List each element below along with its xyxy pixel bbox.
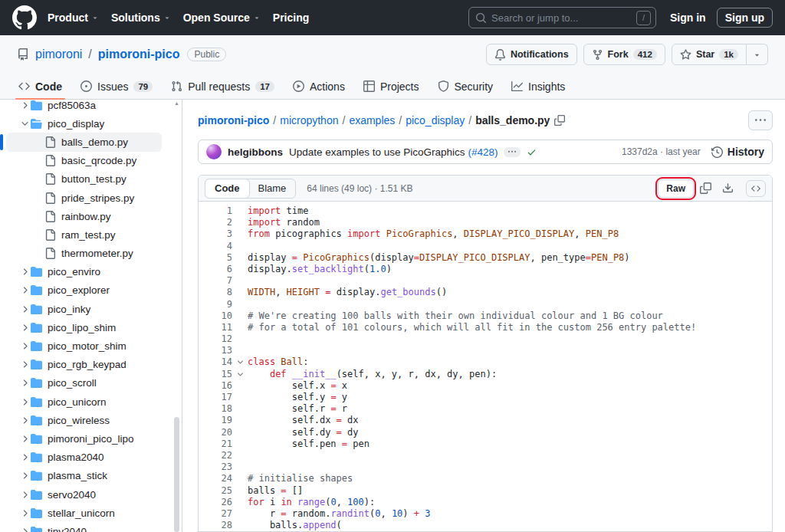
line-number[interactable]: 6 — [199, 264, 232, 275]
history-button[interactable]: History — [711, 146, 764, 158]
line-number[interactable]: 26 — [199, 497, 232, 508]
commit-message[interactable]: Update examples to use PicoGraphics (#42… — [289, 146, 498, 158]
repo-owner-link[interactable]: pimoroni — [35, 48, 82, 61]
repo-name-link[interactable]: pimoroni-pico — [98, 48, 180, 61]
nav-item-open-source[interactable]: Open Source — [183, 11, 261, 24]
commit-sha[interactable]: 1337d2a — [622, 146, 658, 157]
breadcrumb-segment-pico_display[interactable]: pico_display — [406, 114, 465, 126]
raw-button[interactable]: Raw — [658, 179, 694, 198]
line-number[interactable]: 19 — [199, 415, 232, 426]
tree-item-pride_stripes.py[interactable]: pride_stripes.py — [6, 189, 162, 207]
sign-up-button[interactable]: Sign up — [717, 8, 773, 28]
commit-description-ellipsis-button[interactable] — [504, 147, 521, 157]
sign-in-link[interactable]: Sign in — [670, 11, 706, 24]
line-number[interactable]: 12 — [199, 333, 232, 345]
line-number[interactable]: 27 — [199, 508, 232, 520]
tree-item-stellar_unicorn[interactable]: stellar_unicorn — [6, 504, 162, 522]
chevron-right-icon[interactable] — [18, 397, 31, 407]
fold-chevron-icon[interactable] — [232, 356, 248, 368]
notifications-button[interactable]: Notifications — [486, 44, 577, 65]
breadcrumb-segment-micropython[interactable]: micropython — [280, 114, 338, 126]
tree-item-pico_inky[interactable]: pico_inky — [6, 300, 162, 318]
tree-item-pico_unicorn[interactable]: pico_unicorn — [6, 392, 162, 411]
tree-item-pico_explorer[interactable]: pico_explorer — [6, 281, 162, 300]
chevron-right-icon[interactable] — [18, 304, 31, 314]
breadcrumb-segment-pimoroni-pico[interactable]: pimoroni-pico — [198, 114, 269, 126]
github-logo-icon[interactable] — [12, 5, 37, 30]
nav-item-solutions[interactable]: Solutions — [111, 11, 171, 24]
tree-item-thermometer.py[interactable]: thermometer.py — [6, 245, 162, 263]
line-number[interactable]: 17 — [199, 392, 232, 403]
line-number[interactable]: 20 — [199, 427, 232, 438]
copy-path-icon[interactable] — [554, 115, 565, 126]
line-number[interactable]: 22 — [199, 450, 232, 461]
chevron-right-icon[interactable] — [18, 527, 31, 532]
fork-button[interactable]: Fork 412 — [583, 44, 665, 65]
tab-security[interactable]: Security — [432, 74, 500, 99]
chevron-down-icon[interactable] — [18, 119, 31, 129]
avatar[interactable] — [206, 144, 222, 159]
tab-pull-requests[interactable]: Pull requests17 — [165, 74, 281, 99]
chevron-right-icon[interactable] — [18, 341, 31, 351]
tab-projects[interactable]: Projects — [357, 74, 425, 99]
tree-item-tiny2040[interactable]: tiny2040 — [6, 522, 162, 532]
tree-item-pico_motor_shim[interactable]: pico_motor_shim — [6, 337, 162, 355]
tree-item-pico_lipo_shim[interactable]: pico_lipo_shim — [6, 318, 162, 337]
line-number[interactable]: 24 — [199, 473, 232, 484]
scrollbar-up-arrow[interactable]: ▲ — [173, 100, 180, 107]
chevron-right-icon[interactable] — [18, 490, 31, 500]
tree-item-basic_qrcode.py[interactable]: basic_qrcode.py — [6, 152, 162, 170]
tree-item-plasma2040[interactable]: plasma2040 — [6, 448, 162, 467]
tree-item-ram_test.py[interactable]: ram_test.py — [6, 225, 162, 244]
commit-sha-age[interactable]: 1337d2a · last year — [622, 146, 701, 157]
tree-item-balls_demo.py[interactable]: balls_demo.py — [6, 133, 162, 151]
chevron-right-icon[interactable] — [18, 100, 31, 110]
line-number[interactable]: 15 — [199, 369, 232, 380]
chevron-right-icon[interactable] — [18, 471, 31, 481]
tree-item-pico_enviro[interactable]: pico_enviro — [6, 263, 162, 281]
tree-scrollbar-thumb[interactable] — [174, 417, 179, 532]
tree-item-pimoroni_pico_lipo[interactable]: pimoroni_pico_lipo — [6, 429, 162, 448]
line-number[interactable]: 13 — [199, 345, 232, 356]
nav-item-pricing[interactable]: Pricing — [273, 11, 309, 24]
tree-item-button_test.py[interactable]: button_test.py — [6, 170, 162, 189]
chevron-right-icon[interactable] — [18, 378, 31, 388]
line-number[interactable]: 23 — [199, 461, 232, 473]
file-options-kebab-button[interactable] — [748, 110, 773, 130]
line-number[interactable]: 3 — [199, 228, 232, 240]
tree-item-servo2040[interactable]: servo2040 — [6, 485, 162, 504]
tab-code[interactable]: Code — [12, 74, 68, 99]
fold-chevron-icon[interactable] — [232, 369, 248, 380]
commit-author-link[interactable]: helgibbons — [228, 146, 283, 158]
chevron-right-icon[interactable] — [18, 360, 31, 369]
chevron-right-icon[interactable] — [18, 508, 31, 518]
line-number[interactable]: 28 — [199, 520, 232, 531]
line-number[interactable]: 14 — [199, 356, 232, 368]
symbols-panel-button[interactable] — [746, 180, 766, 197]
download-button[interactable] — [718, 179, 738, 197]
tree-item-plasma_stick[interactable]: plasma_stick — [6, 467, 162, 485]
line-number[interactable]: 7 — [199, 275, 232, 287]
tree-item-pico_scroll[interactable]: pico_scroll — [6, 374, 162, 392]
tree-item-pcf85063a[interactable]: pcf85063a — [6, 100, 162, 114]
chevron-right-icon[interactable] — [18, 452, 31, 462]
copy-file-button[interactable] — [695, 179, 716, 197]
chevron-right-icon[interactable] — [18, 323, 31, 333]
global-search[interactable]: / — [468, 7, 656, 28]
line-number[interactable]: 25 — [199, 485, 232, 497]
tab-insights[interactable]: Insights — [505, 74, 571, 99]
line-number[interactable]: 11 — [199, 322, 232, 333]
line-number[interactable]: 2 — [199, 217, 232, 228]
line-number[interactable]: 18 — [199, 403, 232, 415]
tab-issues[interactable]: Issues79 — [74, 74, 159, 99]
tab-blame[interactable]: Blame — [249, 179, 296, 198]
commit-message-link[interactable]: Update examples to use PicoGraphics — [289, 146, 465, 158]
search-input[interactable] — [491, 12, 632, 24]
line-number[interactable]: 8 — [199, 287, 232, 298]
chevron-right-icon[interactable] — [18, 415, 31, 425]
breadcrumb-segment-examples[interactable]: examples — [349, 114, 395, 126]
tab-actions[interactable]: Actions — [287, 74, 351, 99]
checks-status-icon[interactable] — [527, 147, 537, 157]
line-number[interactable]: 4 — [199, 241, 232, 252]
chevron-right-icon[interactable] — [18, 434, 31, 444]
